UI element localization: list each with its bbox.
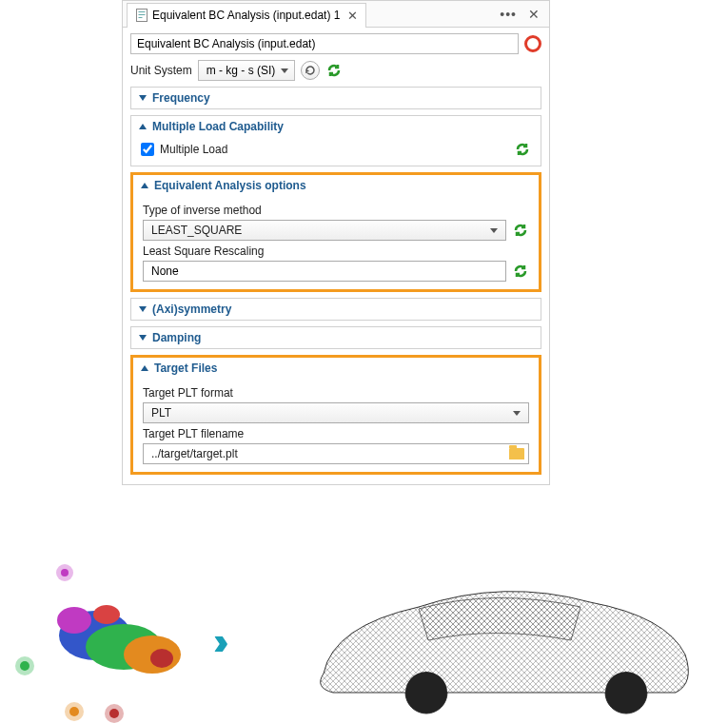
section-equivalent-options-header[interactable]: Equivalent Analysis options bbox=[133, 175, 539, 196]
chevron-down-icon bbox=[139, 306, 147, 312]
rescaling-input[interactable] bbox=[143, 261, 506, 282]
target-filename-input[interactable]: ../target/target.plt bbox=[143, 443, 529, 464]
chevron-up-icon bbox=[141, 365, 148, 371]
folder-icon[interactable] bbox=[509, 448, 524, 459]
chevron-down-icon bbox=[490, 228, 498, 233]
chevron-down-icon bbox=[513, 411, 521, 416]
section-axisymmetry-header[interactable]: (Axi)symmetry bbox=[131, 299, 541, 320]
chevron-up-icon bbox=[141, 183, 148, 188]
svg-point-11 bbox=[20, 661, 30, 671]
target-format-value: PLT bbox=[151, 406, 171, 420]
illustration-area bbox=[0, 540, 728, 723]
section-multiple-load-header[interactable]: Multiple Load Capability bbox=[131, 116, 541, 137]
rescaling-label: Least Square Rescaling bbox=[143, 244, 529, 258]
tab-bar: Equivalent BC Analysis (input.edat) 1 ✕ … bbox=[123, 1, 549, 28]
target-filename-label: Target PLT filename bbox=[143, 427, 529, 440]
svg-point-19 bbox=[605, 672, 647, 713]
section-frequency-header[interactable]: Frequency bbox=[131, 88, 541, 108]
section-equivalent-options-title: Equivalent Analysis options bbox=[154, 179, 306, 192]
target-format-select[interactable]: PLT bbox=[143, 402, 529, 423]
section-frequency: Frequency bbox=[130, 87, 541, 109]
panel-content: Unit System m - kg - s (SI) Frequency bbox=[123, 28, 549, 484]
multiple-load-label: Multiple Load bbox=[160, 143, 227, 156]
svg-point-13 bbox=[69, 707, 79, 716]
svg-point-17 bbox=[61, 569, 69, 576]
section-damping-header[interactable]: Damping bbox=[131, 327, 541, 348]
section-equivalent-options: Equivalent Analysis options Type of inve… bbox=[130, 172, 541, 292]
reset-units-button[interactable] bbox=[301, 61, 320, 80]
section-target-files: Target Files Target PLT format PLT Targe… bbox=[130, 355, 541, 475]
refresh-button[interactable] bbox=[512, 222, 529, 239]
multiple-load-checkbox[interactable] bbox=[141, 143, 154, 156]
section-damping-title: Damping bbox=[152, 331, 201, 344]
tab-equivalent-bc[interactable]: Equivalent BC Analysis (input.edat) 1 ✕ bbox=[127, 3, 366, 28]
inverse-method-select[interactable]: LEAST_SQUARE bbox=[143, 220, 506, 241]
panel-close-button[interactable]: ✕ bbox=[522, 7, 545, 22]
svg-rect-1 bbox=[139, 11, 146, 12]
svg-point-9 bbox=[93, 605, 120, 624]
section-axisymmetry: (Axi)symmetry bbox=[130, 298, 541, 321]
section-target-files-title: Target Files bbox=[154, 362, 217, 375]
arrow-icon: ›› bbox=[213, 620, 220, 663]
section-target-files-header[interactable]: Target Files bbox=[133, 358, 539, 379]
section-axisymmetry-title: (Axi)symmetry bbox=[152, 303, 231, 316]
svg-point-8 bbox=[57, 607, 91, 634]
chevron-down-icon bbox=[139, 335, 147, 341]
tab-menu-button[interactable]: ••• bbox=[494, 7, 522, 22]
section-frequency-title: Frequency bbox=[152, 91, 210, 105]
refresh-button[interactable] bbox=[512, 263, 529, 280]
chevron-down-icon bbox=[281, 68, 288, 73]
section-multiple-load-title: Multiple Load Capability bbox=[152, 120, 284, 133]
section-damping: Damping bbox=[130, 326, 541, 349]
unit-system-value: m - kg - s (SI) bbox=[207, 64, 276, 77]
refresh-button[interactable] bbox=[325, 62, 343, 79]
help-icon[interactable] bbox=[524, 35, 541, 52]
unit-system-select[interactable]: m - kg - s (SI) bbox=[198, 60, 296, 81]
target-filename-value: ../target/target.plt bbox=[151, 447, 509, 460]
unit-system-label: Unit System bbox=[130, 64, 192, 77]
svg-point-15 bbox=[109, 709, 119, 718]
svg-rect-3 bbox=[139, 17, 143, 18]
section-multiple-load: Multiple Load Capability Multiple Load bbox=[130, 115, 541, 166]
chevron-up-icon bbox=[139, 124, 147, 129]
analysis-name-input[interactable] bbox=[130, 33, 519, 54]
refresh-button[interactable] bbox=[514, 141, 531, 158]
properties-panel: Equivalent BC Analysis (input.edat) 1 ✕ … bbox=[122, 0, 550, 485]
svg-point-18 bbox=[405, 672, 447, 713]
tab-title: Equivalent BC Analysis (input.edat) 1 bbox=[152, 9, 340, 22]
tab-close-button[interactable]: ✕ bbox=[347, 9, 358, 23]
document-icon bbox=[135, 9, 148, 22]
illustration-svg bbox=[0, 540, 728, 723]
inverse-method-label: Type of inverse method bbox=[143, 204, 529, 217]
svg-rect-2 bbox=[139, 14, 146, 15]
inverse-method-value: LEAST_SQUARE bbox=[151, 224, 242, 237]
chevron-down-icon bbox=[139, 95, 147, 101]
svg-point-7 bbox=[150, 649, 173, 668]
target-format-label: Target PLT format bbox=[143, 386, 529, 400]
